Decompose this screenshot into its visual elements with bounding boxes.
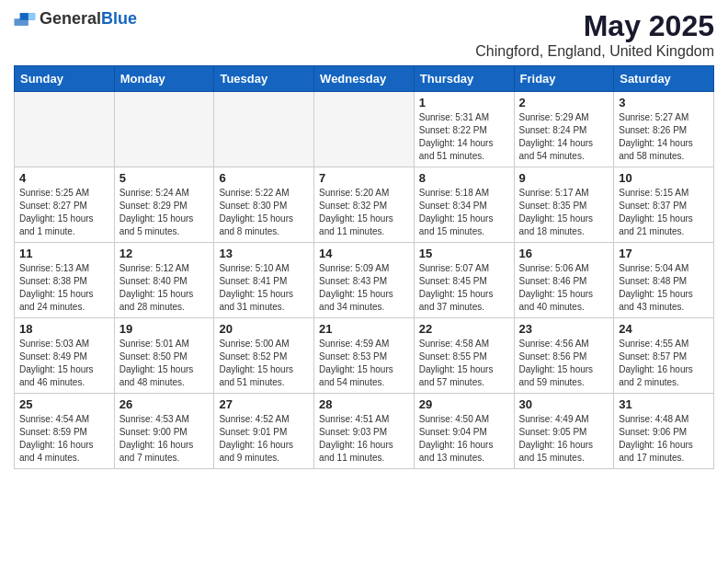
table-row: 9Sunrise: 5:17 AM Sunset: 8:35 PM Daylig… <box>514 167 614 243</box>
table-row: 23Sunrise: 4:56 AM Sunset: 8:56 PM Dayli… <box>514 318 614 394</box>
table-row: 20Sunrise: 5:00 AM Sunset: 8:52 PM Dayli… <box>214 318 314 394</box>
table-row: 27Sunrise: 4:52 AM Sunset: 9:01 PM Dayli… <box>214 394 314 469</box>
logo-icon <box>14 10 36 29</box>
subtitle: Chingford, England, United Kingdom <box>475 43 714 60</box>
cell-content: Sunrise: 5:13 AM Sunset: 8:38 PM Dayligh… <box>19 262 109 314</box>
table-row: 11Sunrise: 5:13 AM Sunset: 8:38 PM Dayli… <box>15 243 115 318</box>
calendar-week-1: 1Sunrise: 5:31 AM Sunset: 8:22 PM Daylig… <box>15 92 714 167</box>
day-number: 27 <box>219 397 309 411</box>
cell-content: Sunrise: 4:53 AM Sunset: 9:00 PM Dayligh… <box>119 413 210 465</box>
cell-content: Sunrise: 4:49 AM Sunset: 9:05 PM Dayligh… <box>519 413 609 465</box>
day-number: 25 <box>19 397 109 411</box>
cell-content: Sunrise: 4:55 AM Sunset: 8:57 PM Dayligh… <box>619 338 709 389</box>
col-thursday: Thursday <box>414 66 514 92</box>
cell-content: Sunrise: 5:09 AM Sunset: 8:43 PM Dayligh… <box>319 262 409 314</box>
logo-text: GeneralBlue <box>40 9 137 29</box>
table-row: 14Sunrise: 5:09 AM Sunset: 8:43 PM Dayli… <box>314 243 415 318</box>
table-row: 6Sunrise: 5:22 AM Sunset: 8:30 PM Daylig… <box>214 167 314 243</box>
day-number: 7 <box>319 171 409 185</box>
table-row: 19Sunrise: 5:01 AM Sunset: 8:50 PM Dayli… <box>114 318 214 394</box>
cell-content: Sunrise: 4:50 AM Sunset: 9:04 PM Dayligh… <box>419 413 509 465</box>
day-number: 26 <box>119 397 210 411</box>
cell-content: Sunrise: 5:10 AM Sunset: 8:41 PM Dayligh… <box>219 262 309 314</box>
logo: GeneralBlue <box>14 9 137 29</box>
table-row: 24Sunrise: 4:55 AM Sunset: 8:57 PM Dayli… <box>614 318 714 394</box>
table-row: 5Sunrise: 5:24 AM Sunset: 8:29 PM Daylig… <box>114 167 214 243</box>
table-row: 31Sunrise: 4:48 AM Sunset: 9:06 PM Dayli… <box>614 394 714 469</box>
day-number: 24 <box>619 322 709 336</box>
calendar-week-5: 25Sunrise: 4:54 AM Sunset: 8:59 PM Dayli… <box>15 394 714 469</box>
table-row: 15Sunrise: 5:07 AM Sunset: 8:45 PM Dayli… <box>414 243 514 318</box>
day-number: 21 <box>319 322 409 336</box>
cell-content: Sunrise: 5:25 AM Sunset: 8:27 PM Dayligh… <box>19 187 109 238</box>
cell-content: Sunrise: 5:03 AM Sunset: 8:49 PM Dayligh… <box>19 338 109 389</box>
day-number: 29 <box>419 397 509 411</box>
table-row: 4Sunrise: 5:25 AM Sunset: 8:27 PM Daylig… <box>15 167 115 243</box>
title-block: May 2025 Chingford, England, United King… <box>475 9 714 60</box>
table-row <box>214 92 314 167</box>
day-number: 9 <box>519 171 609 185</box>
col-monday: Monday <box>114 66 214 92</box>
day-number: 30 <box>519 397 609 411</box>
cell-content: Sunrise: 5:15 AM Sunset: 8:37 PM Dayligh… <box>619 187 709 238</box>
table-row: 29Sunrise: 4:50 AM Sunset: 9:04 PM Dayli… <box>414 394 514 469</box>
calendar-week-3: 11Sunrise: 5:13 AM Sunset: 8:38 PM Dayli… <box>15 243 714 318</box>
day-number: 1 <box>419 96 509 109</box>
day-number: 8 <box>419 171 509 185</box>
day-number: 20 <box>219 322 309 336</box>
cell-content: Sunrise: 4:48 AM Sunset: 9:06 PM Dayligh… <box>619 413 709 465</box>
table-row: 10Sunrise: 5:15 AM Sunset: 8:37 PM Dayli… <box>614 167 714 243</box>
cell-content: Sunrise: 5:17 AM Sunset: 8:35 PM Dayligh… <box>519 187 609 238</box>
cell-content: Sunrise: 5:18 AM Sunset: 8:34 PM Dayligh… <box>419 187 509 238</box>
cell-content: Sunrise: 5:22 AM Sunset: 8:30 PM Dayligh… <box>219 187 309 238</box>
cell-content: Sunrise: 5:01 AM Sunset: 8:50 PM Dayligh… <box>119 338 210 389</box>
cell-content: Sunrise: 4:56 AM Sunset: 8:56 PM Dayligh… <box>519 338 609 389</box>
calendar-table: Sunday Monday Tuesday Wednesday Thursday… <box>14 65 714 469</box>
table-row: 1Sunrise: 5:31 AM Sunset: 8:22 PM Daylig… <box>414 92 514 167</box>
table-row: 13Sunrise: 5:10 AM Sunset: 8:41 PM Dayli… <box>214 243 314 318</box>
main-title: May 2025 <box>475 9 714 43</box>
cell-content: Sunrise: 5:00 AM Sunset: 8:52 PM Dayligh… <box>219 338 309 389</box>
table-row: 3Sunrise: 5:27 AM Sunset: 8:26 PM Daylig… <box>614 92 714 167</box>
table-row <box>15 92 115 167</box>
logo-general: General <box>40 9 101 28</box>
svg-marker-2 <box>28 13 36 20</box>
cell-content: Sunrise: 5:04 AM Sunset: 8:48 PM Dayligh… <box>619 262 709 314</box>
logo-blue: Blue <box>101 9 137 28</box>
cell-content: Sunrise: 4:52 AM Sunset: 9:01 PM Dayligh… <box>219 413 309 465</box>
day-number: 23 <box>519 322 609 336</box>
table-row: 8Sunrise: 5:18 AM Sunset: 8:34 PM Daylig… <box>414 167 514 243</box>
table-row: 22Sunrise: 4:58 AM Sunset: 8:55 PM Dayli… <box>414 318 514 394</box>
table-row: 2Sunrise: 5:29 AM Sunset: 8:24 PM Daylig… <box>514 92 614 167</box>
col-friday: Friday <box>514 66 614 92</box>
cell-content: Sunrise: 5:27 AM Sunset: 8:26 PM Dayligh… <box>619 111 709 163</box>
cell-content: Sunrise: 4:58 AM Sunset: 8:55 PM Dayligh… <box>419 338 509 389</box>
day-number: 16 <box>519 247 609 260</box>
day-number: 12 <box>119 247 210 260</box>
cell-content: Sunrise: 5:07 AM Sunset: 8:45 PM Dayligh… <box>419 262 509 314</box>
cell-content: Sunrise: 5:06 AM Sunset: 8:46 PM Dayligh… <box>519 262 609 314</box>
day-number: 14 <box>319 247 409 260</box>
table-row: 26Sunrise: 4:53 AM Sunset: 9:00 PM Dayli… <box>114 394 214 469</box>
day-number: 18 <box>19 322 109 336</box>
cell-content: Sunrise: 4:54 AM Sunset: 8:59 PM Dayligh… <box>19 413 109 465</box>
table-row: 12Sunrise: 5:12 AM Sunset: 8:40 PM Dayli… <box>114 243 214 318</box>
col-tuesday: Tuesday <box>214 66 314 92</box>
day-number: 17 <box>619 247 709 260</box>
cell-content: Sunrise: 5:12 AM Sunset: 8:40 PM Dayligh… <box>119 262 210 314</box>
table-row: 30Sunrise: 4:49 AM Sunset: 9:05 PM Dayli… <box>514 394 614 469</box>
cell-content: Sunrise: 5:31 AM Sunset: 8:22 PM Dayligh… <box>419 111 509 163</box>
day-number: 22 <box>419 322 509 336</box>
table-row: 7Sunrise: 5:20 AM Sunset: 8:32 PM Daylig… <box>314 167 415 243</box>
table-row <box>114 92 214 167</box>
day-number: 10 <box>619 171 709 185</box>
cell-content: Sunrise: 5:24 AM Sunset: 8:29 PM Dayligh… <box>119 187 210 238</box>
table-row: 17Sunrise: 5:04 AM Sunset: 8:48 PM Dayli… <box>614 243 714 318</box>
calendar-week-4: 18Sunrise: 5:03 AM Sunset: 8:49 PM Dayli… <box>15 318 714 394</box>
table-row: 18Sunrise: 5:03 AM Sunset: 8:49 PM Dayli… <box>15 318 115 394</box>
header-row: Sunday Monday Tuesday Wednesday Thursday… <box>15 66 714 92</box>
day-number: 19 <box>119 322 210 336</box>
cell-content: Sunrise: 4:51 AM Sunset: 9:03 PM Dayligh… <box>319 413 409 465</box>
day-number: 4 <box>19 171 109 185</box>
col-wednesday: Wednesday <box>314 66 415 92</box>
